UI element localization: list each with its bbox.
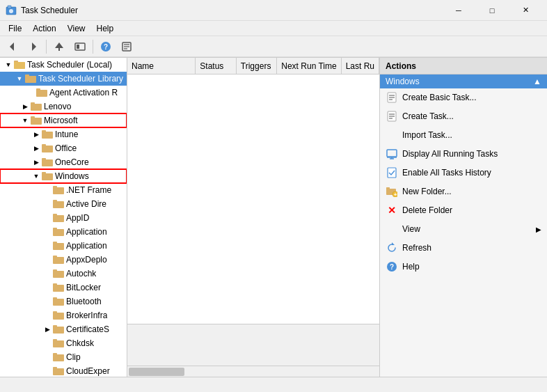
- action-new-folder[interactable]: + New Folder...: [380, 182, 547, 201]
- svg-rect-37: [53, 200, 57, 203]
- help-label: Help: [402, 262, 420, 272]
- menu-view[interactable]: View: [62, 22, 91, 35]
- microsoft-expand-icon[interactable]: ▼: [19, 115, 31, 126]
- windows-expand-icon[interactable]: ▼: [31, 171, 42, 182]
- col-last-run[interactable]: Last Ru: [342, 58, 379, 74]
- lenovo-expand-icon[interactable]: ▶: [19, 101, 31, 112]
- col-next-run[interactable]: Next Run Time: [277, 58, 341, 74]
- tree-item-application2[interactable]: ▶ Application: [0, 239, 127, 253]
- menu-action[interactable]: Action: [27, 22, 61, 35]
- col-name[interactable]: Name: [127, 58, 196, 74]
- bluetooth-folder-icon: [53, 297, 64, 306]
- svg-rect-43: [53, 242, 57, 244]
- action-refresh[interactable]: Refresh: [380, 239, 547, 258]
- menu-help[interactable]: Help: [91, 22, 120, 35]
- tree-item-cloudexper[interactable]: ▶ CloudExper: [0, 364, 127, 377]
- action-display-running[interactable]: Display All Running Tasks: [380, 145, 547, 164]
- action-enable-history[interactable]: Enable All Tasks History: [380, 164, 547, 182]
- onecore-folder-icon: [42, 157, 53, 167]
- title-bar: Task Scheduler ─ □ ✕: [0, 0, 547, 21]
- action-help[interactable]: ? Help: [380, 258, 547, 276]
- show-hide-button[interactable]: [70, 38, 90, 55]
- onecore-label: OneCore: [55, 157, 89, 167]
- view-icon: [386, 223, 398, 235]
- create-task-label: Create Task...: [402, 111, 454, 121]
- horizontal-scrollbar[interactable]: [127, 366, 379, 377]
- tree-root[interactable]: ▼ Task Scheduler (Local): [0, 58, 127, 72]
- clip-folder-icon: [53, 352, 64, 362]
- library-expand-icon[interactable]: ▼: [14, 73, 25, 84]
- agent-folder-icon: [36, 88, 47, 97]
- application2-label: Application: [66, 241, 107, 251]
- main-container: ▼ Task Scheduler (Local) ▼ Task Schedule…: [0, 57, 547, 377]
- action-import-task[interactable]: Import Task...: [380, 126, 547, 145]
- close-button[interactable]: ✕: [509, 0, 541, 21]
- view-label: View: [402, 224, 420, 234]
- properties-button[interactable]: [117, 38, 136, 55]
- actions-header: Actions: [380, 58, 547, 75]
- action-view[interactable]: View ▶: [380, 220, 547, 239]
- display-running-label: Display All Running Tasks: [402, 149, 498, 159]
- office-label: Office: [55, 143, 77, 153]
- col-name-label: Name: [132, 61, 154, 71]
- col-last-run-label: Last Ru: [346, 61, 374, 71]
- tree-item-windows[interactable]: ▼ Windows: [0, 169, 127, 183]
- tree-item-onecore[interactable]: ▶ OneCore: [0, 155, 127, 169]
- tree-item-bluetooth[interactable]: ▶ Bluetooth: [0, 295, 127, 308]
- onecore-expand-icon[interactable]: ▶: [31, 157, 42, 168]
- action-create-task[interactable]: Create Task...: [380, 107, 547, 126]
- create-basic-label: Create Basic Task...: [402, 93, 477, 102]
- root-expand-icon[interactable]: ▼: [3, 59, 14, 70]
- svg-rect-51: [53, 297, 57, 300]
- tree-item-intune[interactable]: ▶ Intune: [0, 127, 127, 141]
- tree-item-clip[interactable]: ▶ Clip: [0, 350, 127, 364]
- bitlocker-label: BitLocker: [66, 283, 101, 292]
- back-button[interactable]: [3, 38, 22, 55]
- import-task-label: Import Task...: [402, 130, 452, 140]
- tree-item-dotnet[interactable]: ▶ .NET Frame: [0, 183, 127, 197]
- col-status[interactable]: Status: [196, 58, 236, 74]
- up-button[interactable]: [49, 38, 69, 55]
- col-status-label: Status: [200, 61, 223, 71]
- tree-item-appid[interactable]: ▶ AppID: [0, 211, 127, 225]
- help-toolbar-button[interactable]: ?: [96, 38, 116, 55]
- svg-rect-49: [53, 283, 57, 286]
- brokerinfra-folder-icon: [53, 311, 64, 320]
- tree-library[interactable]: ▼ Task Scheduler Library: [0, 72, 127, 86]
- tree-item-office[interactable]: ▶ Office: [0, 141, 127, 155]
- content-body[interactable]: [127, 75, 379, 324]
- menu-file[interactable]: File: [3, 22, 27, 35]
- tree-item-autochk[interactable]: ▶ Autochk: [0, 267, 127, 281]
- tree-item-bitlocker[interactable]: ▶ BitLocker: [0, 281, 127, 295]
- col-triggers[interactable]: Triggers: [237, 58, 277, 74]
- svg-rect-27: [42, 130, 46, 133]
- tree-item-application1[interactable]: ▶ Application: [0, 225, 127, 239]
- chkdsk-folder-icon: [53, 338, 64, 348]
- intune-expand-icon[interactable]: ▶: [31, 129, 42, 140]
- scrollbar-thumb[interactable]: [129, 368, 184, 376]
- office-expand-icon[interactable]: ▶: [31, 143, 42, 154]
- actions-section[interactable]: Windows ▲: [380, 75, 547, 88]
- actions-panel: Actions Windows ▲ Create Basic Task...: [380, 58, 547, 377]
- lenovo-label: Lenovo: [44, 102, 71, 111]
- tree-item-activedire[interactable]: ▶ Active Dire: [0, 197, 127, 211]
- action-delete-folder[interactable]: ✕ Delete Folder: [380, 201, 547, 220]
- action-create-basic[interactable]: Create Basic Task...: [380, 88, 547, 107]
- tree-item-agent[interactable]: ▶ Agent Activation R: [0, 86, 127, 100]
- display-running-icon: [386, 148, 398, 160]
- tree-item-lenovo[interactable]: ▶ Lenovo: [0, 100, 127, 113]
- svg-rect-59: [53, 353, 57, 356]
- tree-item-brokerinfra[interactable]: ▶ BrokerInfra: [0, 308, 127, 322]
- appid-folder-icon: [53, 213, 64, 223]
- tree-item-certificates[interactable]: ▶ CertificateS: [0, 322, 127, 336]
- tree-item-chkdsk[interactable]: ▶ Chkdsk: [0, 336, 127, 350]
- minimize-button[interactable]: ─: [443, 0, 475, 21]
- tree-item-appxdeplo[interactable]: ▶ AppxDeplo: [0, 253, 127, 267]
- forward-button[interactable]: [24, 38, 43, 55]
- svg-rect-23: [31, 102, 35, 105]
- tree-panel[interactable]: ▼ Task Scheduler (Local) ▼ Task Schedule…: [0, 58, 127, 377]
- maximize-button[interactable]: □: [476, 0, 508, 21]
- tree-item-microsoft[interactable]: ▼ Microsoft: [0, 113, 127, 127]
- certificates-expand-icon[interactable]: ▶: [42, 324, 53, 335]
- svg-text:?: ?: [104, 43, 108, 51]
